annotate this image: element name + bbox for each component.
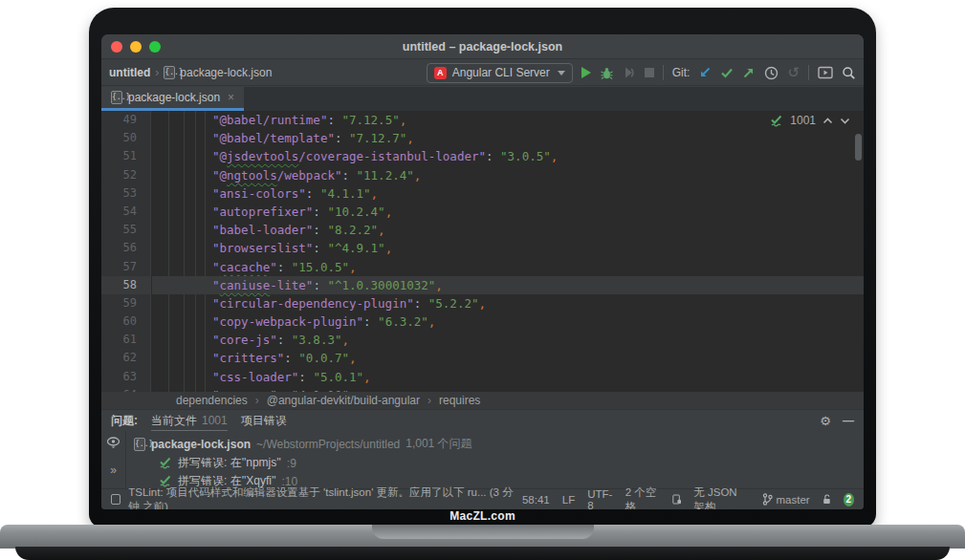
problems-toolbar-rail: » bbox=[101, 431, 126, 488]
git-push-icon[interactable] bbox=[742, 66, 756, 79]
unlock-icon[interactable] bbox=[822, 493, 831, 506]
run-button[interactable] bbox=[581, 67, 591, 78]
problems-panel-header: 问题: 当前文件 1001 项目错误 ⚙ — bbox=[101, 409, 864, 431]
git-branch-widget[interactable]: master bbox=[762, 493, 810, 506]
line-number[interactable]: 50 bbox=[101, 129, 150, 147]
hide-panel-icon[interactable]: — bbox=[843, 414, 854, 427]
toolbar-divider bbox=[663, 65, 664, 80]
history-icon[interactable] bbox=[764, 66, 779, 80]
chevron-down-icon bbox=[558, 71, 565, 75]
branch-icon bbox=[762, 493, 773, 506]
file-breadcrumb[interactable]: package-lock.json bbox=[180, 66, 272, 79]
line-number[interactable]: 56 bbox=[101, 239, 150, 257]
line-separator[interactable]: LF bbox=[562, 494, 575, 506]
code-line[interactable]: "cacache": "15.0.5", bbox=[152, 258, 864, 276]
rollback-icon[interactable]: ↺ bbox=[787, 66, 800, 79]
line-number[interactable]: 61 bbox=[101, 331, 150, 349]
line-number[interactable]: 52 bbox=[101, 166, 150, 184]
toolbar-divider bbox=[808, 65, 809, 80]
json-file-icon: {..} bbox=[134, 438, 145, 451]
breadcrumb-separator: › bbox=[255, 394, 259, 407]
line-number[interactable]: 54 bbox=[101, 203, 150, 221]
tab-current-file[interactable]: 当前文件 1001 bbox=[151, 410, 228, 432]
code-line[interactable]: "critters": "0.0.7", bbox=[152, 349, 864, 367]
view-options-icon[interactable] bbox=[106, 437, 121, 448]
code-line[interactable]: "core-js": "3.8.3", bbox=[152, 331, 864, 349]
code-editor[interactable]: 49505152535455565758596061626364 "@babel… bbox=[101, 111, 864, 392]
run-configuration-label: Angular CLI Server bbox=[452, 66, 550, 79]
notifications-badge[interactable]: 2 bbox=[844, 493, 854, 506]
close-window-button[interactable] bbox=[111, 41, 122, 53]
zoom-window-button[interactable] bbox=[149, 41, 161, 53]
line-number[interactable]: 57 bbox=[101, 258, 150, 276]
code-line[interactable]: "babel-loader": "8.2.2", bbox=[152, 221, 864, 239]
editor-code-area[interactable]: "@babel/runtime": "7.12.5","@babel/templ… bbox=[152, 111, 864, 392]
tab-current-file-label: 当前文件 bbox=[151, 413, 197, 429]
code-line[interactable]: "autoprefixer": "10.2.4", bbox=[152, 203, 864, 221]
line-number[interactable]: 63 bbox=[101, 368, 150, 386]
tab-label: package-lock.json bbox=[128, 91, 220, 104]
line-number[interactable]: 59 bbox=[101, 294, 150, 312]
line-number[interactable]: 55 bbox=[101, 221, 150, 239]
breadcrumb-requires[interactable]: requires bbox=[439, 394, 480, 407]
code-line[interactable]: "browserslist": "^4.9.1", bbox=[152, 239, 864, 257]
inspections-widget[interactable]: 1001 bbox=[770, 114, 850, 127]
line-number[interactable]: 53 bbox=[101, 184, 150, 203]
code-line[interactable]: "caniuse-lite": "^1.0.30001032", bbox=[152, 276, 864, 294]
inlay-file-icon[interactable] bbox=[672, 493, 682, 506]
code-line[interactable]: "@babel/runtime": "7.12.5", bbox=[152, 111, 864, 129]
previous-problem-icon[interactable] bbox=[822, 118, 833, 124]
git-update-icon[interactable] bbox=[698, 66, 712, 79]
macbook-screen-bezel: untitled – package-lock.json untitled › … bbox=[89, 8, 876, 528]
run-with-coverage-button[interactable] bbox=[623, 66, 636, 79]
tab-package-lock-json[interactable]: {..} package-lock.json × bbox=[101, 87, 244, 111]
status-message[interactable]: TSLint: 项目代码样式和编辑器设置基于 'tslint.json' 更新。… bbox=[128, 485, 515, 510]
line-number[interactable]: 62 bbox=[101, 349, 150, 367]
problem-text: 拼写错误: 在''npmjs'' bbox=[178, 455, 281, 471]
file-encoding[interactable]: UTF-8 bbox=[587, 488, 613, 510]
breadcrumb-build-angular[interactable]: @angular-devkit/build-angular bbox=[267, 394, 420, 407]
project-breadcrumb[interactable]: untitled bbox=[109, 66, 150, 79]
expand-rail-icon[interactable]: » bbox=[110, 463, 117, 477]
code-line[interactable]: "@jsdevtools/coverage-istanbul-loader": … bbox=[152, 147, 864, 165]
code-line[interactable]: "circular-dependency-plugin": "5.2.2", bbox=[152, 294, 864, 312]
json-schema-widget[interactable]: 无 JSON 架构 bbox=[693, 485, 749, 510]
debug-button[interactable] bbox=[600, 66, 614, 80]
ide-window: untitled – package-lock.json untitled › … bbox=[101, 34, 864, 509]
code-line[interactable]: "ansi-colors": "4.1.1", bbox=[152, 184, 864, 203]
code-line[interactable]: "css-loader": "5.0.1", bbox=[152, 368, 864, 386]
problems-file-name: package-lock.json bbox=[151, 438, 251, 451]
line-number[interactable]: 49 bbox=[101, 111, 150, 129]
caret-position[interactable]: 58:41 bbox=[522, 494, 550, 506]
window-titlebar[interactable]: untitled – package-lock.json bbox=[101, 34, 864, 59]
code-line[interactable]: "@babel/template": "7.12.7", bbox=[152, 129, 864, 147]
line-number[interactable]: 51 bbox=[101, 147, 150, 165]
code-line[interactable]: "@ngtools/webpack": "11.2.4", bbox=[152, 166, 864, 184]
problem-item[interactable]: 拼写错误: 在''npmjs'':9 bbox=[159, 454, 856, 472]
code-line[interactable]: "copy-webpack-plugin": "6.3.2", bbox=[152, 312, 864, 331]
line-number[interactable]: 60 bbox=[101, 312, 150, 331]
next-problem-icon[interactable] bbox=[840, 118, 850, 124]
status-bar: TSLint: 项目代码样式和编辑器设置基于 'tslint.json' 更新。… bbox=[101, 488, 864, 509]
indent-setting[interactable]: 2 个空格 bbox=[625, 485, 660, 510]
problems-file-count: 1,001 个问题 bbox=[406, 436, 472, 452]
main-toolbar: untitled › {..} package-lock.json A Angu… bbox=[101, 60, 864, 86]
problems-file-row[interactable]: {..} package-lock.json ~/WebstormProject… bbox=[134, 435, 856, 453]
run-configuration-dropdown[interactable]: A Angular CLI Server bbox=[427, 63, 573, 83]
problem-line-number: :9 bbox=[287, 457, 296, 470]
editor-gutter: 49505152535455565758596061626364 bbox=[101, 111, 151, 392]
git-commit-icon[interactable] bbox=[720, 66, 734, 79]
minimize-window-button[interactable] bbox=[130, 41, 142, 53]
search-everywhere-icon[interactable] bbox=[842, 66, 856, 80]
breadcrumb-separator: › bbox=[155, 66, 159, 79]
editor-scrollbar[interactable] bbox=[855, 134, 862, 161]
json-file-icon: {..} bbox=[111, 91, 122, 104]
line-number[interactable]: 58 bbox=[101, 276, 150, 294]
breadcrumb-dependencies[interactable]: dependencies bbox=[176, 394, 248, 407]
tool-window-toggle-icon[interactable] bbox=[111, 494, 121, 505]
tab-project-errors[interactable]: 项目错误 bbox=[241, 410, 287, 432]
preview-window-icon[interactable] bbox=[818, 66, 833, 79]
gear-icon[interactable]: ⚙ bbox=[820, 414, 831, 428]
close-tab-icon[interactable]: × bbox=[228, 91, 234, 104]
stop-button[interactable] bbox=[645, 68, 654, 77]
